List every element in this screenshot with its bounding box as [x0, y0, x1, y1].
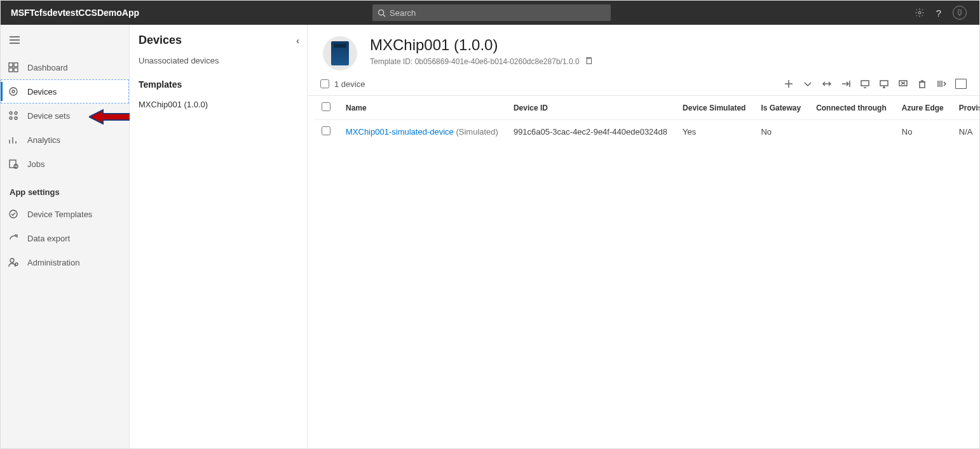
svg-point-23	[10, 210, 17, 218]
jobs-icon	[8, 159, 18, 169]
admin-icon	[8, 257, 18, 267]
cell-provisioning: N/A	[951, 120, 979, 144]
template-item[interactable]: MXChip001 (1.0.0)	[130, 93, 307, 116]
svg-point-25	[15, 263, 18, 265]
device-table: Name Device ID Device Simulated Is Gatew…	[308, 96, 979, 144]
col-device-id[interactable]: Device ID	[506, 96, 675, 120]
nav-item-data-export[interactable]: Data export	[1, 226, 129, 250]
columns-icon[interactable]	[936, 79, 946, 89]
svg-rect-33	[861, 81, 869, 86]
nav-item-device-templates[interactable]: Device Templates	[1, 202, 129, 226]
delete-icon[interactable]	[917, 79, 927, 89]
svg-rect-11	[14, 68, 18, 72]
svg-rect-10	[9, 68, 13, 72]
nav-item-device-sets[interactable]: Device sets	[1, 104, 129, 128]
chevron-down-icon[interactable]	[803, 79, 813, 89]
search-input[interactable]	[390, 8, 606, 18]
nav-label: Device sets	[27, 111, 70, 121]
panel-icon[interactable]	[955, 79, 967, 89]
main-heading-block: MXChip001 (1.0.0) Template ID: 0b056869-…	[370, 36, 593, 67]
svg-point-14	[10, 112, 12, 114]
cell-connected	[808, 120, 894, 144]
topbar: MSFTcfsdevtestCCSDemoApp ?	[1, 1, 979, 25]
sub-panel: Devices ‹ Unassociated devices Templates…	[130, 25, 308, 449]
sub-panel-header: Devices ‹	[130, 25, 307, 47]
svg-line-1	[383, 14, 385, 16]
nav-collapse-button[interactable]	[1, 31, 129, 55]
row-checkbox[interactable]	[322, 126, 330, 135]
devices-icon	[8, 86, 18, 97]
svg-point-15	[15, 112, 17, 114]
page-title: MXChip001 (1.0.0)	[370, 36, 593, 54]
monitor-x-icon[interactable]	[898, 79, 908, 89]
select-all-checkbox[interactable]	[322, 102, 330, 111]
svg-rect-41	[920, 82, 925, 88]
col-simulated[interactable]: Device Simulated	[675, 96, 753, 120]
svg-point-2	[918, 11, 921, 14]
export-icon	[8, 233, 18, 243]
nav-item-devices[interactable]: Devices	[1, 79, 129, 104]
analytics-icon	[8, 135, 18, 145]
device-count-label: 1 device	[334, 79, 365, 89]
device-name-link[interactable]: MXChip001-simulated-device	[346, 127, 454, 137]
templates-heading: Templates	[130, 68, 307, 93]
device-name-suffix: (Simulated)	[456, 127, 498, 137]
nav-label: Devices	[27, 87, 57, 97]
svg-point-0	[379, 10, 384, 15]
select-all-summary-checkbox[interactable]	[320, 79, 329, 88]
svg-point-13	[12, 90, 15, 93]
nav-label: Device Templates	[27, 210, 92, 219]
help-icon[interactable]: ?	[936, 8, 941, 18]
svg-rect-21	[10, 160, 16, 168]
sub-panel-collapse-button[interactable]: ‹	[296, 36, 299, 46]
cell-name: MXChip001-simulated-device (Simulated)	[338, 120, 506, 144]
col-provisioning[interactable]: Provisioning Stat	[951, 96, 979, 120]
add-button[interactable]	[784, 79, 794, 89]
move-right-icon[interactable]	[841, 79, 851, 89]
main-header: MXChip001 (1.0.0) Template ID: 0b056869-…	[308, 25, 979, 75]
monitor-check-icon[interactable]	[879, 79, 889, 89]
search-icon	[378, 9, 386, 17]
nav-label: Dashboard	[27, 63, 68, 72]
resize-left-icon[interactable]	[822, 79, 832, 89]
nav-label: Data export	[27, 234, 70, 243]
svg-point-12	[10, 88, 17, 95]
topbar-right: ?	[915, 6, 973, 20]
cell-simulated: Yes	[675, 120, 753, 144]
toolbar-actions	[784, 79, 967, 89]
device-sets-icon	[8, 111, 18, 121]
selection-summary: 1 device	[320, 79, 365, 89]
nav-label: Analytics	[27, 135, 60, 145]
nav-item-administration[interactable]: Administration	[1, 250, 129, 274]
table-row[interactable]: MXChip001-simulated-device (Simulated) 9…	[314, 120, 979, 144]
col-name[interactable]: Name	[338, 96, 506, 120]
main-panel: MXChip001 (1.0.0) Template ID: 0b056869-…	[308, 25, 979, 449]
svg-point-17	[15, 117, 17, 119]
nav-section-app-settings: App settings	[1, 176, 129, 202]
svg-point-16	[10, 117, 12, 119]
nav-item-dashboard[interactable]: Dashboard	[1, 55, 129, 79]
settings-icon[interactable]	[915, 8, 925, 18]
col-edge[interactable]: Azure Edge	[894, 96, 951, 120]
device-template-icon	[323, 36, 357, 70]
col-gateway[interactable]: Is Gateway	[753, 96, 808, 120]
copy-icon[interactable]	[585, 57, 593, 67]
col-connected[interactable]: Connected through	[808, 96, 894, 120]
user-avatar[interactable]	[953, 6, 967, 20]
monitor-icon[interactable]	[860, 79, 870, 89]
unassociated-devices-link[interactable]: Unassociated devices	[130, 47, 307, 68]
toolbar: 1 device	[308, 75, 979, 96]
nav-label: Administration	[27, 258, 79, 267]
template-id-text: Template ID: 0b056869-401e-40e6-b014-026…	[370, 57, 580, 66]
nav-item-jobs[interactable]: Jobs	[1, 152, 129, 176]
svg-point-24	[10, 258, 14, 262]
svg-rect-8	[9, 63, 13, 67]
svg-rect-27	[587, 58, 591, 64]
svg-rect-3	[958, 10, 962, 15]
search-box[interactable]	[372, 4, 611, 21]
svg-rect-35	[880, 81, 888, 86]
nav-item-analytics[interactable]: Analytics	[1, 128, 129, 152]
app-title: MSFTcfsdevtestCCSDemoApp	[7, 8, 139, 18]
dashboard-icon	[8, 62, 18, 72]
cell-gateway: No	[753, 120, 808, 144]
